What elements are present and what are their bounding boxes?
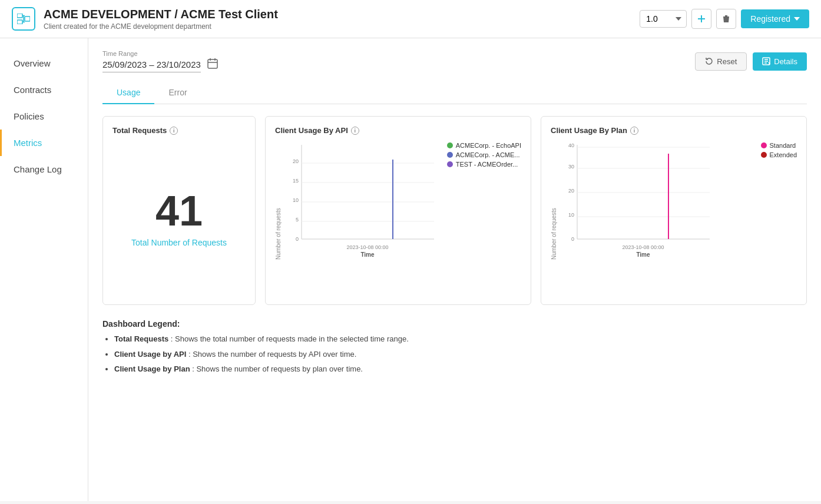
svg-text:2023-10-08 00:00: 2023-10-08 00:00 [346,244,388,250]
reset-label: Reset [717,57,737,66]
legend-label-standard: Standard [770,142,796,149]
legend-dot-extended [761,152,767,158]
total-requests-card: Total Requests i 41 Total Number of Requ… [102,116,256,305]
client-usage-plan-card: Client Usage By Plan i Number of request… [541,116,807,305]
tab-usage[interactable]: Usage [102,82,154,104]
legend-list-item-plan-bold: Client Usage by Plan [114,364,190,373]
total-requests-title: Total Requests i [112,126,246,135]
time-range-right: Reset Details [695,52,807,71]
svg-text:2023-10-08 00:00: 2023-10-08 00:00 [622,244,664,250]
client-usage-plan-title: Client Usage By Plan i [551,126,797,135]
tabs: Usage Error [102,82,807,104]
dashboard-legend-title: Dashboard Legend: [102,319,807,329]
total-requests-content: 41 Total Number of Requests [112,142,246,295]
details-button[interactable]: Details [753,52,807,71]
header-right: 1.0 Registered [640,9,809,29]
dashboard-legend-list: Total Requests : Shows the total number … [102,333,807,375]
svg-text:5: 5 [296,217,299,223]
legend-label-acme: ACMECorp. - ACME... [456,151,520,158]
time-range-input: Time Range 25/09/2023 – 23/10/2023 [102,50,201,72]
plan-chart-legend: Standard Extended [761,142,797,158]
legend-list-item-api-bold: Client Usage by API [114,350,186,359]
svg-text:20: 20 [293,158,299,164]
sidebar-item-policies[interactable]: Policies [0,103,88,130]
dashboard-legend: Dashboard Legend: Total Requests : Shows… [102,319,807,375]
header-left: ACME DEVELOPMENT / ACME Test Client Clie… [12,7,278,31]
app-icon [12,7,35,31]
svg-text:20: 20 [568,188,574,194]
legend-item-standard: Standard [761,142,797,149]
time-range-section: Time Range 25/09/2023 – 23/10/2023 [102,50,807,72]
reset-button[interactable]: Reset [695,52,747,71]
sidebar-item-overview[interactable]: Overview [0,50,88,77]
client-usage-api-svg-wrap: Number of requests 0 5 10 15 [275,142,441,260]
details-label: Details [774,57,797,66]
legend-label-test: TEST - ACMEOrder... [456,161,518,168]
legend-label-echoapi: ACMECorp. - EchoAPI [456,142,521,149]
client-usage-api-chart-area: Number of requests 0 5 10 15 [275,142,521,260]
top-header: ACME DEVELOPMENT / ACME Test Client Clie… [0,0,821,38]
svg-text:Time: Time [636,251,650,258]
svg-text:Time: Time [360,251,375,258]
legend-dot-standard [761,142,767,148]
charts-row: Total Requests i 41 Total Number of Requ… [102,116,807,305]
api-chart-legend: ACMECorp. - EchoAPI ACMECorp. - ACME... … [447,142,521,168]
add-button[interactable] [691,9,711,29]
client-usage-plan-chart-area: Number of requests 0 10 20 30 [551,142,797,260]
legend-list-item-total: Total Requests : Shows the total number … [114,333,807,345]
page-title: ACME DEVELOPMENT / ACME Test Client [44,8,278,21]
legend-list-item-plan-text: : Shows the number of requests by plan o… [192,364,363,373]
main-layout: Overview Contracts Policies Metrics Chan… [0,38,821,501]
delete-button[interactable] [716,9,736,29]
legend-list-item-api: Client Usage by API : Shows the number o… [114,349,807,360]
svg-text:0: 0 [296,236,299,242]
sidebar-item-changelog[interactable]: Change Log [0,156,88,183]
total-requests-value: 41 [155,190,203,232]
svg-text:30: 30 [568,164,574,170]
legend-item-test: TEST - ACMEOrder... [447,161,521,168]
registered-label: Registered [750,14,790,24]
svg-text:0: 0 [571,236,574,242]
version-select[interactable]: 1.0 [640,10,687,28]
sidebar-item-contracts[interactable]: Contracts [0,77,88,103]
total-requests-label: Total Number of Requests [131,238,227,247]
time-range-left: Time Range 25/09/2023 – 23/10/2023 [102,50,219,72]
legend-item-acme: ACMECorp. - ACME... [447,151,521,158]
legend-list-item-total-text: : Shows the total number of requests mad… [171,334,409,343]
client-usage-plan-info-icon[interactable]: i [630,127,638,135]
total-requests-info-icon[interactable]: i [170,127,178,135]
tab-error[interactable]: Error [154,82,201,104]
client-usage-api-info-icon[interactable]: i [351,127,359,135]
sidebar-item-metrics[interactable]: Metrics [0,130,88,156]
page-subtitle: Client created for the ACME development … [44,22,278,31]
svg-rect-1 [17,20,22,24]
sidebar: Overview Contracts Policies Metrics Chan… [0,38,88,501]
client-usage-plan-svg-wrap: Number of requests 0 10 20 30 [551,142,755,260]
svg-rect-2 [25,16,30,21]
legend-list-item-api-text: : Shows the number of requests by API ov… [188,350,356,359]
legend-list-item-total-bold: Total Requests [114,334,168,343]
svg-rect-7 [698,18,705,19]
legend-dot-echoapi [447,142,453,148]
svg-text:10: 10 [293,197,299,203]
svg-rect-0 [17,14,22,18]
legend-label-extended: Extended [770,151,797,158]
plan-chart-svg: 0 10 20 30 40 [560,142,713,260]
time-range-value: 25/09/2023 – 23/10/2023 [102,59,201,72]
legend-item-extended: Extended [761,151,797,158]
svg-text:15: 15 [293,178,299,184]
api-chart-svg: 0 5 10 15 20 [284,142,437,260]
main-content: Time Range 25/09/2023 – 23/10/2023 [88,38,821,501]
legend-dot-test [447,161,453,167]
plan-chart-y-label: Number of requests [551,142,557,260]
client-usage-api-card: Client Usage By API i Number of requests [265,116,531,305]
svg-text:10: 10 [568,212,574,218]
header-text: ACME DEVELOPMENT / ACME Test Client Clie… [44,8,278,31]
client-usage-api-title: Client Usage By API i [275,126,521,135]
calendar-icon[interactable] [207,58,219,72]
svg-text:40: 40 [568,142,574,148]
legend-item-echoapi: ACMECorp. - EchoAPI [447,142,521,149]
registered-button[interactable]: Registered [741,9,809,28]
api-chart-y-label: Number of requests [275,142,282,260]
time-range-label: Time Range [102,50,201,57]
